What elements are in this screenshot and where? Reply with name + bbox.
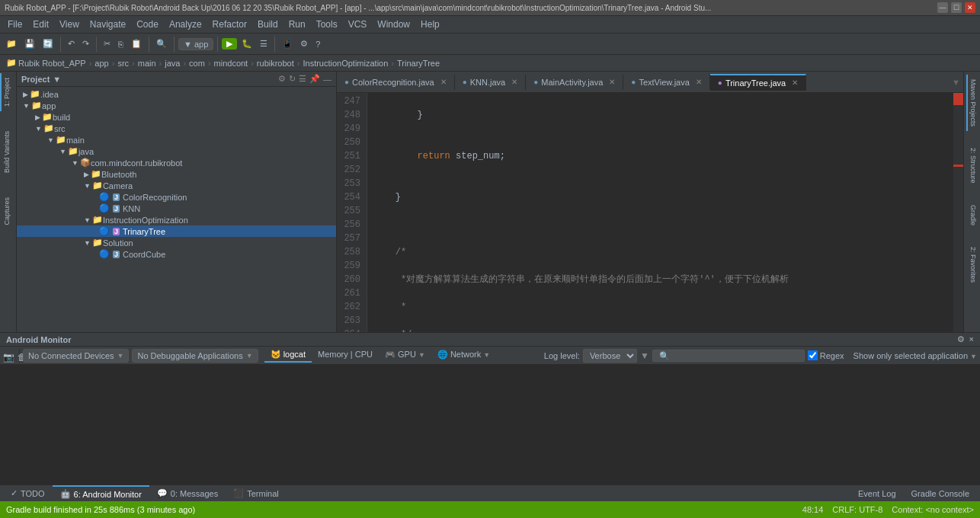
tab-close-icon[interactable]: ✕: [696, 78, 702, 86]
toolbar-cut-btn[interactable]: ✂: [101, 37, 114, 50]
monitor-tab-memory[interactable]: Memory | CPU: [312, 348, 379, 363]
project-dropdown-arrow[interactable]: ▼: [53, 75, 61, 84]
collapse-icon[interactable]: ☰: [299, 74, 306, 84]
tab-knn[interactable]: ● KNN.java ✕: [455, 75, 527, 90]
tree-item-coordcube[interactable]: 🔵 J CoordCube: [17, 248, 336, 260]
toolbar-search-btn[interactable]: 🔍: [153, 37, 170, 50]
menu-view[interactable]: View: [55, 18, 84, 31]
tab-messages[interactable]: 💬 0: Messages: [149, 486, 226, 500]
tab-event-log[interactable]: Event Log: [850, 487, 904, 500]
menu-tools[interactable]: Tools: [312, 18, 342, 31]
bc-3[interactable]: main: [138, 59, 156, 68]
toolbar-open-btn[interactable]: 📁: [3, 37, 20, 50]
hide-icon[interactable]: —: [323, 75, 331, 84]
close-button[interactable]: ✕: [965, 2, 975, 13]
tree-item-java[interactable]: ▼ 📁 java: [17, 145, 336, 157]
menu-file[interactable]: File: [3, 18, 27, 31]
tab-terminal[interactable]: ⬛ Terminal: [226, 486, 287, 500]
code-editor[interactable]: 247 248 249 250 251 252 253 254 255 256 …: [337, 93, 963, 332]
monitor-close-icon[interactable]: ×: [969, 334, 974, 344]
tab-android-monitor[interactable]: 🤖 6: Android Monitor: [53, 485, 149, 501]
sidebar-item-captures[interactable]: Captures: [0, 193, 17, 230]
minimize-button[interactable]: —: [937, 2, 948, 13]
menu-vcs[interactable]: VCS: [344, 18, 372, 31]
sidebar-maven-projects[interactable]: Maven Projects: [966, 75, 978, 131]
network-dropdown[interactable]: ▼: [483, 351, 490, 359]
tab-close-icon[interactable]: ✕: [440, 78, 447, 86]
run-button[interactable]: ▶: [222, 38, 237, 50]
help-button[interactable]: ?: [312, 38, 323, 50]
tab-todo[interactable]: ✓ TODO: [3, 486, 53, 500]
regex-checkbox[interactable]: [808, 350, 818, 360]
tab-gradle-console[interactable]: Gradle Console: [904, 487, 977, 500]
show-only-dropdown-icon[interactable]: ▼: [970, 353, 977, 360]
sidebar-structure[interactable]: 2: Structure: [966, 143, 978, 188]
menu-help[interactable]: Help: [416, 18, 444, 31]
tree-item-camera[interactable]: ▼ 📁 Camera: [17, 180, 336, 191]
coverage-button[interactable]: ☰: [257, 37, 271, 50]
tree-item-com[interactable]: ▼ 📦 com.mindcont.rubikrobot: [17, 157, 336, 168]
tree-item-src[interactable]: ▼ 📁 src: [17, 123, 336, 134]
sidebar-gradle[interactable]: Gradle: [966, 200, 978, 230]
monitor-settings-icon[interactable]: ⚙: [957, 334, 965, 344]
toolbar-undo-btn[interactable]: ↶: [65, 37, 78, 50]
sync-icon[interactable]: ↻: [289, 74, 296, 84]
tree-item-solution[interactable]: ▼ 📁 Solution: [17, 237, 336, 248]
monitor-tab-logcat[interactable]: 🐱 logcat: [264, 348, 312, 363]
menu-navigate[interactable]: Navigate: [85, 18, 130, 31]
device-dropdown[interactable]: No Connected Devices ▼: [23, 349, 129, 363]
regex-label[interactable]: Regex: [808, 350, 844, 360]
log-search-input[interactable]: [652, 350, 805, 362]
tree-item-build[interactable]: ▶ 📁 build: [17, 111, 336, 123]
menu-analyze[interactable]: Analyze: [165, 18, 207, 31]
monitor-tab-network[interactable]: 🌐 Network ▼: [431, 348, 496, 363]
bc-0[interactable]: Rubik Robot_APP: [18, 59, 86, 68]
monitor-icon-1[interactable]: 📷: [3, 352, 14, 363]
menu-edit[interactable]: Edit: [28, 18, 53, 31]
tab-colorrecognition[interactable]: ● ColorRecognition.java ✕: [337, 75, 455, 90]
log-level-select[interactable]: Verbose Debug Info Warn Error: [583, 349, 637, 363]
bc-9[interactable]: TrinaryTree: [397, 59, 440, 68]
monitor-tab-gpu[interactable]: 🎮 GPU ▼: [379, 348, 431, 363]
menu-run[interactable]: Run: [284, 18, 310, 31]
tab-mainactivity[interactable]: ● MainActivity.java ✕: [526, 75, 623, 90]
tab-trinarytree[interactable]: ● TrinaryTree.java ✕: [710, 74, 806, 91]
avd-button[interactable]: 📱: [279, 37, 296, 50]
toolbar-save-btn[interactable]: 💾: [21, 37, 38, 50]
tree-item-main[interactable]: ▼ 📁 main: [17, 134, 336, 145]
toolbar-sync-btn[interactable]: 🔄: [40, 37, 56, 50]
tabs-overflow-icon[interactable]: ▼: [952, 78, 960, 87]
bc-2[interactable]: src: [117, 59, 129, 68]
pin-icon[interactable]: 📌: [309, 74, 320, 84]
bc-6[interactable]: mindcont: [214, 59, 248, 68]
app-dropdown[interactable]: No Debuggable Applications ▼: [132, 349, 258, 363]
tree-item-colorrecognition[interactable]: 🔵 J ColorRecognition: [17, 191, 336, 203]
toolbar-paste-btn[interactable]: 📋: [128, 37, 145, 50]
settings-icon[interactable]: ⚙: [278, 74, 286, 84]
menu-refactor[interactable]: Refactor: [208, 18, 251, 31]
code-content[interactable]: } return step_num; } /* *对魔方解算算法生成的字符串，在…: [367, 93, 953, 332]
show-only-label[interactable]: Show only selected application ▼: [853, 351, 977, 360]
bc-5[interactable]: com: [189, 59, 205, 68]
tree-item-trinarytree[interactable]: 🔵 J TrinaryTree: [17, 225, 336, 237]
sidebar-item-build-variants[interactable]: Build Variants: [0, 126, 17, 177]
gpu-dropdown[interactable]: ▼: [418, 351, 425, 359]
toolbar-redo-btn[interactable]: ↷: [79, 37, 92, 50]
sdk-button[interactable]: ⚙: [297, 37, 311, 50]
tab-textview[interactable]: ● TextView.java ✕: [623, 75, 710, 90]
tree-item-bluetooth[interactable]: ▶ 📁 Bluetooth: [17, 168, 336, 180]
debug-button[interactable]: 🐛: [239, 37, 255, 50]
menu-window[interactable]: Window: [373, 18, 415, 31]
tree-item-knn[interactable]: 🔵 J KNN: [17, 203, 336, 214]
maximize-button[interactable]: ☐: [951, 2, 962, 13]
tree-item-idea[interactable]: ▶ 📁 .idea: [17, 88, 336, 100]
bc-8[interactable]: InstructionOptimization: [303, 59, 388, 68]
menu-build[interactable]: Build: [253, 18, 283, 31]
bc-4[interactable]: java: [165, 59, 180, 68]
tree-item-app[interactable]: ▼ 📁 app: [17, 100, 336, 111]
sidebar-item-project[interactable]: 1: Project: [0, 73, 17, 111]
tab-close-icon[interactable]: ✕: [792, 78, 798, 87]
tab-close-icon[interactable]: ✕: [609, 78, 615, 86]
bc-1[interactable]: app: [94, 59, 108, 68]
toolbar-copy-btn[interactable]: ⎘: [115, 38, 127, 50]
